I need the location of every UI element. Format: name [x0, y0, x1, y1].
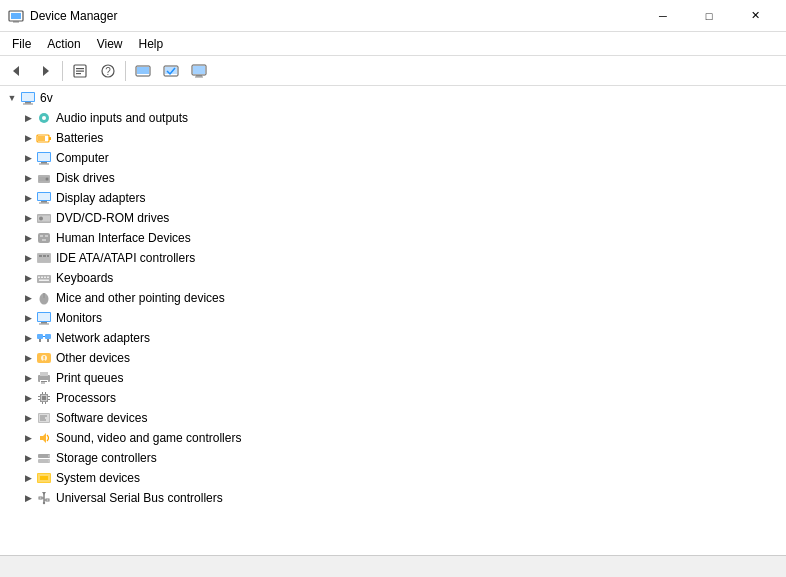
item-label: Disk drives: [56, 171, 115, 185]
forward-button[interactable]: [32, 59, 58, 83]
help-button[interactable]: ?: [95, 59, 121, 83]
item-label: Processors: [56, 391, 116, 405]
item-label: Keyboards: [56, 271, 113, 285]
update-driver-button[interactable]: [130, 59, 156, 83]
properties-button[interactable]: [67, 59, 93, 83]
svg-rect-7: [76, 70, 84, 71]
svg-rect-53: [41, 277, 43, 279]
root-expand-icon[interactable]: ▼: [4, 90, 20, 106]
scan-icon: [163, 63, 179, 79]
expand-icon[interactable]: ▶: [20, 430, 36, 446]
expand-icon[interactable]: ▶: [20, 390, 36, 406]
list-item[interactable]: ▶ Audio inputs and outputs: [0, 108, 786, 128]
display-button[interactable]: [186, 59, 212, 83]
expand-icon[interactable]: ▶: [20, 290, 36, 306]
system-icon: [36, 470, 52, 486]
list-item[interactable]: ▶ DVD/CD-ROM drives: [0, 208, 786, 228]
list-item[interactable]: ▶ ! Other devices: [0, 348, 786, 368]
expand-icon[interactable]: ▶: [20, 450, 36, 466]
list-item[interactable]: ▶ Print queues: [0, 368, 786, 388]
svg-rect-8: [76, 73, 81, 74]
svg-rect-37: [41, 201, 47, 203]
svg-rect-2: [13, 21, 19, 23]
menu-file[interactable]: File: [4, 35, 39, 53]
update-icon: [135, 63, 151, 79]
svg-rect-49: [43, 255, 46, 257]
help-icon: ?: [100, 63, 116, 79]
svg-point-41: [39, 217, 43, 221]
dvd-icon: [36, 210, 52, 226]
minimize-button[interactable]: ─: [640, 6, 686, 26]
svg-rect-52: [38, 277, 40, 279]
title-bar: Device Manager ─ □ ✕: [0, 0, 786, 32]
close-button[interactable]: ✕: [732, 6, 778, 26]
other-icon: !: [36, 350, 52, 366]
list-item[interactable]: ▶ Disk drives: [0, 168, 786, 188]
list-item[interactable]: ▶ Mice and other pointing devices: [0, 288, 786, 308]
expand-icon[interactable]: ▶: [20, 410, 36, 426]
expand-icon[interactable]: ▶: [20, 210, 36, 226]
menu-view[interactable]: View: [89, 35, 131, 53]
scan-button[interactable]: [158, 59, 184, 83]
svg-point-24: [42, 116, 46, 120]
usb-icon: [36, 490, 52, 506]
list-item[interactable]: ▶ Processors: [0, 388, 786, 408]
expand-icon[interactable]: ▶: [20, 110, 36, 126]
toolbar-separator-2: [125, 61, 126, 81]
list-item[interactable]: ▶ System devices: [0, 468, 786, 488]
expand-icon[interactable]: ▶: [20, 170, 36, 186]
expand-icon[interactable]: ▶: [20, 130, 36, 146]
list-item[interactable]: ▶ Computer: [0, 148, 786, 168]
list-item[interactable]: ▶ Keyboards: [0, 268, 786, 288]
proc-icon: [36, 390, 52, 406]
expand-icon[interactable]: ▶: [20, 270, 36, 286]
expand-icon[interactable]: ▶: [20, 310, 36, 326]
expand-icon[interactable]: ▶: [20, 330, 36, 346]
sound-icon: [36, 430, 52, 446]
ide-icon: [36, 250, 52, 266]
item-label: Display adapters: [56, 191, 145, 205]
expand-icon[interactable]: ▶: [20, 370, 36, 386]
svg-rect-64: [37, 334, 43, 339]
expand-icon[interactable]: ▶: [20, 470, 36, 486]
list-item[interactable]: ▶ Network adapters: [0, 328, 786, 348]
svg-rect-45: [42, 239, 46, 241]
svg-rect-76: [41, 383, 45, 384]
svg-rect-20: [22, 93, 34, 101]
toolbar-separator-1: [62, 61, 63, 81]
list-item[interactable]: ▶ Monitors: [0, 308, 786, 328]
tree-view[interactable]: ▼ 6v ▶ Audio inputs and outputs: [0, 86, 786, 555]
svg-rect-1: [11, 13, 21, 19]
list-item[interactable]: ▶ Universal Serial Bus controllers: [0, 488, 786, 508]
expand-icon[interactable]: ▶: [20, 250, 36, 266]
svg-rect-54: [44, 277, 46, 279]
list-item[interactable]: ▶ Human Interface Devices: [0, 228, 786, 248]
svg-rect-30: [41, 162, 47, 164]
expand-icon[interactable]: ▶: [20, 190, 36, 206]
list-item[interactable]: ▶ IDE ATA/ATAPI controllers: [0, 248, 786, 268]
item-label: IDE ATA/ATAPI controllers: [56, 251, 195, 265]
menu-help[interactable]: Help: [131, 35, 172, 53]
item-label: Mice and other pointing devices: [56, 291, 225, 305]
expand-icon[interactable]: ▶: [20, 230, 36, 246]
expand-icon[interactable]: ▶: [20, 490, 36, 506]
list-item[interactable]: ▶ Software devices: [0, 408, 786, 428]
list-item[interactable]: ▶ Display adapters: [0, 188, 786, 208]
expand-icon[interactable]: ▶: [20, 150, 36, 166]
item-label: Network adapters: [56, 331, 150, 345]
back-button[interactable]: [4, 59, 30, 83]
list-item[interactable]: ▶ Batteries: [0, 128, 786, 148]
properties-icon: [72, 63, 88, 79]
svg-text:!: !: [43, 354, 46, 363]
list-item[interactable]: ▶ Sound, video and game controllers: [0, 428, 786, 448]
svg-rect-26: [49, 137, 51, 140]
tree-root[interactable]: ▼ 6v: [0, 88, 786, 108]
item-label: Universal Serial Bus controllers: [56, 491, 223, 505]
list-item[interactable]: ▶ Storage controllers: [0, 448, 786, 468]
title-bar-left: Device Manager: [8, 8, 117, 24]
expand-icon[interactable]: ▶: [20, 350, 36, 366]
menu-action[interactable]: Action: [39, 35, 88, 53]
svg-rect-50: [47, 255, 49, 257]
maximize-button[interactable]: □: [686, 6, 732, 26]
menu-bar: File Action View Help: [0, 32, 786, 56]
